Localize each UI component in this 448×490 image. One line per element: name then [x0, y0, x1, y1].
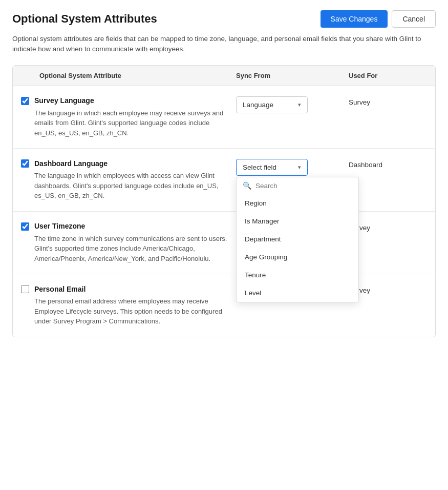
chevron-down-icon: ▾: [298, 101, 301, 108]
survey-language-sync: Language ▾: [236, 96, 349, 113]
survey-language-select[interactable]: Language ▾: [236, 96, 308, 113]
personal-email-checkbox[interactable]: [21, 285, 29, 293]
dropdown-menu: 🔍 Region Is Manager Department Age Group…: [236, 177, 359, 302]
dropdown-search-input[interactable]: [255, 182, 352, 190]
page-title: Optional System Attributes: [12, 12, 157, 26]
dashboard-language-name: Dashboard Language: [34, 159, 108, 168]
attribute-cell: Personal Email The personal email addres…: [21, 284, 236, 326]
dashboard-language-used-for: Dashboard: [349, 159, 427, 169]
user-timezone-used-for: Survey: [349, 222, 427, 232]
attribute-name-row: Survey Language: [21, 96, 236, 105]
attribute-name-row: Personal Email: [21, 284, 236, 293]
page-header: Optional System Attributes Save Changes …: [12, 10, 436, 28]
save-changes-button[interactable]: Save Changes: [321, 10, 388, 28]
survey-language-select-wrapper: Language ▾: [236, 96, 308, 113]
survey-language-name: Survey Language: [34, 96, 94, 105]
attribute-name-row: User Timezone: [21, 222, 236, 231]
dropdown-item[interactable]: Level: [237, 284, 358, 302]
search-icon: 🔍: [243, 181, 251, 190]
page-description: Optional system attributes are fields th…: [12, 34, 436, 55]
dashboard-language-sync: Select field ▾ 🔍 Region Is Manager Depar…: [236, 159, 349, 176]
dashboard-language-select-label: Select field: [243, 164, 276, 171]
dashboard-language-select[interactable]: Select field ▾: [236, 159, 308, 176]
survey-language-desc: The language in which each employee may …: [34, 108, 236, 138]
chevron-down-icon: ▾: [298, 164, 301, 171]
header-attribute: Optional System Attribute: [21, 72, 236, 79]
table-header: Optional System Attribute Sync From Used…: [13, 66, 435, 86]
user-timezone-checkbox[interactable]: [21, 222, 29, 231]
attribute-cell: Dashboard Language The language in which…: [21, 159, 236, 201]
header-used-for: Used For: [349, 72, 427, 79]
attribute-name-row: Dashboard Language: [21, 159, 236, 168]
dropdown-list: Region Is Manager Department Age Groupin…: [237, 194, 358, 302]
survey-language-used-for: Survey: [349, 96, 427, 106]
table-row: Survey Language The language in which ea…: [13, 86, 435, 149]
dashboard-language-desc: The language in which employees with acc…: [34, 171, 236, 201]
survey-language-select-label: Language: [243, 101, 273, 109]
dropdown-search-wrapper: 🔍: [237, 177, 358, 194]
dropdown-item[interactable]: Department: [237, 230, 358, 248]
attribute-cell: Survey Language The language in which ea…: [21, 96, 236, 138]
table-row: Dashboard Language The language in which…: [13, 149, 435, 212]
header-actions: Save Changes Cancel: [321, 10, 436, 28]
personal-email-name: Personal Email: [34, 285, 86, 293]
dropdown-item[interactable]: Is Manager: [237, 212, 358, 230]
dropdown-item[interactable]: Tenure: [237, 266, 358, 284]
cancel-button[interactable]: Cancel: [392, 10, 436, 28]
user-timezone-desc: The time zone in which survey communicat…: [34, 234, 236, 264]
personal-email-used-for: Survey: [349, 284, 427, 294]
dashboard-language-checkbox[interactable]: [21, 159, 29, 168]
dropdown-item[interactable]: Age Grouping: [237, 248, 358, 266]
attributes-table: Optional System Attribute Sync From Used…: [12, 65, 436, 337]
header-sync-from: Sync From: [236, 72, 349, 79]
table-row: User Timezone The time zone in which sur…: [13, 212, 435, 275]
user-timezone-name: User Timezone: [34, 222, 85, 230]
attribute-cell: User Timezone The time zone in which sur…: [21, 222, 236, 264]
table-row: Personal Email The personal email addres…: [13, 274, 435, 337]
dropdown-item[interactable]: Region: [237, 194, 358, 212]
dashboard-language-select-wrapper: Select field ▾ 🔍 Region Is Manager Depar…: [236, 159, 308, 176]
personal-email-desc: The personal email address where employe…: [34, 296, 236, 326]
survey-language-checkbox[interactable]: [21, 97, 29, 105]
